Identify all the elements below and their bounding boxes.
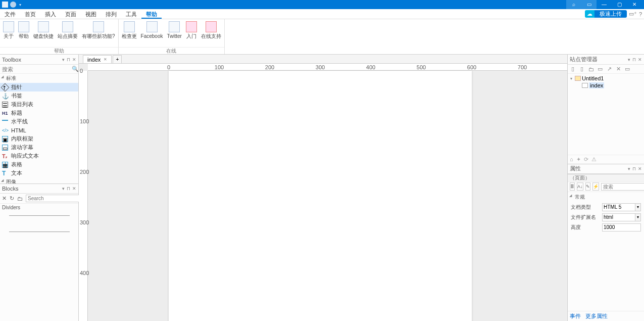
ribbon-button-帮助[interactable]: 帮助 — [16, 20, 31, 47]
search-icon[interactable]: 🔍 — [72, 66, 79, 72]
sitemanager-bottom-icon[interactable]: ✦ — [576, 156, 581, 163]
toolbox-search-input[interactable] — [2, 66, 72, 72]
ribbon-button-有哪些新功能?[interactable]: 有哪些新功能? — [80, 20, 117, 47]
dropdown-icon[interactable]: ▾ — [635, 203, 641, 211]
sitemanager-pin-icon[interactable]: ⊓ — [632, 57, 636, 62]
property-input[interactable] — [602, 213, 635, 221]
menu-item-插入[interactable]: 插入 — [40, 9, 61, 19]
toolbox-dropdown-icon[interactable]: ▾ — [62, 57, 65, 62]
blocks-dropdown-icon[interactable]: ▾ — [62, 186, 65, 191]
sitemanager-close-icon[interactable]: ✕ — [638, 57, 642, 62]
menu-item-工具[interactable]: 工具 — [121, 9, 141, 19]
sitemanager-tool-icon[interactable]: ▯ — [569, 66, 576, 72]
upload-button[interactable]: 极速上传 — [595, 10, 627, 18]
titlebar-search-button[interactable]: ⌕ — [566, 0, 581, 9]
ribbon-button-入门[interactable]: 入门 — [184, 20, 199, 47]
toolbox-item-响应式文本[interactable]: Tᵣ响应式文本 — [0, 152, 78, 160]
sitemanager-tool-icon[interactable]: ▭ — [624, 66, 631, 72]
properties-tool-icon[interactable]: ⚡ — [592, 182, 599, 191]
block-preview-divider[interactable] — [9, 232, 70, 232]
menu-item-视图[interactable]: 视图 — [81, 9, 101, 19]
ribbon-button-在线支持[interactable]: 在线支持 — [199, 20, 223, 47]
properties-close-icon[interactable]: ✕ — [638, 166, 642, 171]
toolbox-item-书签[interactable]: ⚓书签 — [0, 91, 78, 100]
blocks-close-icon[interactable]: ✕ — [72, 186, 76, 191]
qat-dropdown[interactable]: ▾ — [19, 3, 21, 7]
window-close[interactable]: ✕ — [627, 0, 642, 9]
properties-tool-icon[interactable]: ✎ — [585, 182, 590, 191]
dropdown-icon[interactable]: ▾ — [635, 213, 641, 221]
menu-item-页面[interactable]: 页面 — [61, 9, 81, 19]
tree-item-index[interactable]: index — [569, 82, 643, 89]
blocks-tool-icon[interactable]: ↻ — [10, 195, 14, 202]
tree-root[interactable]: ▾ Untitled1 — [569, 75, 643, 82]
toolbox-item-内联框架[interactable]: ▣内联框架 — [0, 134, 78, 143]
sitemanager-tool-icon[interactable]: 🗀 — [587, 66, 595, 72]
toolbox-section-标准[interactable]: 标准 — [0, 74, 78, 83]
properties-tool-icon[interactable]: ≣ — [570, 182, 575, 191]
menu-item-排列[interactable]: 排列 — [101, 9, 121, 19]
sitemanager-tool-icon[interactable]: ↗ — [606, 66, 613, 72]
toolbox-item-表格[interactable]: ▦表格 — [0, 160, 78, 169]
properties-link-events[interactable]: 事件 — [570, 313, 581, 319]
sitemanager-bottom-icon[interactable]: ⌂ — [570, 156, 573, 162]
title-bar: ▾ ⌕ ▭ — ▢ ✕ — [0, 0, 644, 9]
ribbon-button-键盘快捷[interactable]: 键盘快捷 — [31, 20, 56, 47]
blocks-tool-icon[interactable]: 🗀 — [17, 196, 23, 202]
page-surface[interactable] — [169, 71, 472, 321]
sitemanager-bottom-icon[interactable]: ⚠ — [591, 156, 597, 163]
toolbox-item-水平线[interactable]: 水平线 — [0, 117, 78, 126]
toolbox-section-图像[interactable]: 图像 — [0, 177, 78, 184]
ribbon-button-Twitter[interactable]: Twitter — [165, 20, 183, 47]
titlebar-panel-button[interactable]: ▭ — [581, 0, 597, 9]
canvas[interactable]: 0100200300400500600700800900 01002003004… — [79, 64, 567, 321]
tab-add[interactable]: + — [113, 55, 122, 63]
properties-link-more[interactable]: 更多属性 — [585, 313, 608, 319]
properties-section[interactable]: 常规 — [568, 192, 644, 202]
blocks-tool-icon[interactable]: ✕ — [2, 195, 7, 202]
block-preview-divider[interactable] — [9, 215, 70, 227]
txt-icon: Tᵣ — [2, 153, 8, 159]
qat-icon[interactable] — [10, 2, 16, 8]
toolbox-item-滚动字幕[interactable]: ▭滚动字幕 — [0, 143, 78, 152]
properties-search-input[interactable] — [601, 183, 644, 191]
ribbon-group-name: 帮助 — [0, 47, 118, 54]
ribbon-button-检查更[interactable]: 检查更 — [120, 20, 139, 47]
properties-dropdown-icon[interactable]: ▾ — [628, 166, 630, 171]
sitemanager-bottom-icon[interactable]: ⟳ — [584, 156, 588, 163]
sitemanager-tool-icon[interactable]: ✕ — [615, 66, 622, 72]
menu-item-帮助[interactable]: 帮助 — [141, 9, 162, 19]
sitemanager-header: 站点管理器 ▾ ⊓ ✕ — [568, 55, 644, 65]
properties-context: （页面） — [568, 174, 644, 182]
sitemanager-dropdown-icon[interactable]: ▾ — [628, 57, 630, 62]
tab-close-icon[interactable]: ✕ — [104, 57, 107, 62]
property-input[interactable] — [602, 223, 641, 232]
window-maximize[interactable]: ▢ — [612, 0, 627, 9]
toolbox-item-HTML[interactable]: </>HTML — [0, 126, 78, 134]
ribbon-icon — [18, 21, 29, 32]
toolbox-item-文本[interactable]: T文本 — [0, 169, 78, 177]
toolbox-pin-icon[interactable]: ⊓ — [67, 57, 70, 62]
menu-end-icon[interactable]: ▭⁺ — [629, 11, 637, 17]
ribbon-button-关于[interactable]: 关于 — [1, 20, 16, 47]
sitemanager-tool-icon[interactable]: ▭ — [597, 66, 604, 72]
toolbox-item-label: HTML — [11, 127, 26, 133]
properties-tool-icon[interactable]: A↓ — [577, 182, 583, 191]
cloud-button[interactable]: ☁ — [585, 10, 595, 18]
toolbox-item-项目列表[interactable]: ☰项目列表 — [0, 100, 78, 109]
menu-item-首页[interactable]: 首页 — [20, 9, 40, 19]
blocks-category: Dividers — [0, 204, 78, 211]
toolbox-item-指针[interactable]: ↖指针 — [0, 83, 78, 91]
tab-index[interactable]: index ✕ — [83, 55, 112, 63]
toolbox-item-标题[interactable]: H1标题 — [0, 109, 78, 117]
window-minimize[interactable]: — — [597, 0, 612, 9]
menu-end-icon[interactable]: ? — [639, 11, 642, 17]
ribbon-button-Facebook[interactable]: Facebook — [139, 20, 165, 47]
blocks-pin-icon[interactable]: ⊓ — [67, 186, 70, 191]
sitemanager-tool-icon[interactable]: ▯ — [578, 66, 585, 72]
toolbox-close-icon[interactable]: ✕ — [72, 57, 76, 62]
property-input[interactable] — [602, 203, 635, 211]
properties-pin-icon[interactable]: ⊓ — [632, 166, 636, 171]
menu-item-文件[interactable]: 文件 — [0, 9, 20, 19]
ribbon-button-站点摘要[interactable]: 站点摘要 — [56, 20, 80, 47]
